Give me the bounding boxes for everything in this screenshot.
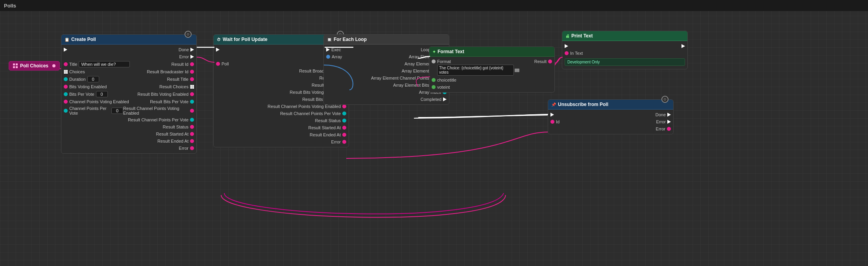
cp-per-vote-label: Channel Points Per Vote xyxy=(69,106,110,115)
error-label: Error xyxy=(179,146,188,151)
result-title-pin xyxy=(190,77,194,81)
unsub-error-exec-pin xyxy=(667,120,671,124)
voteint-pin xyxy=(432,85,436,89)
result-bits-per-vote-label: Result Bits Per Vote xyxy=(150,99,188,104)
for-each-header: 🔲 For Each Loop xyxy=(324,35,449,45)
print-exec-out xyxy=(681,44,685,48)
choices-label: Choices xyxy=(69,69,85,74)
title-in-pin xyxy=(64,62,68,66)
wait-exec-in xyxy=(216,48,220,52)
result-cp-per-vote-label: Result Channel Points Per Vote xyxy=(128,117,188,122)
clock-icon-create: ⊙ xyxy=(185,31,192,38)
result-broadcaster-pin xyxy=(190,70,194,74)
id-in-pin xyxy=(550,120,554,124)
blueprint-canvas[interactable]: Polls Poll Choices xyxy=(0,0,868,266)
print-text-title: Print Text xyxy=(571,33,593,39)
wait-error-pin xyxy=(342,140,346,144)
choicetitle-label: choicetitle xyxy=(437,78,456,82)
result-choices-label: Result Choices xyxy=(159,84,188,89)
format-value-input[interactable]: The Choice: {choicetitle} got {voteint} … xyxy=(437,65,514,76)
id-label: Id xyxy=(556,119,560,124)
wait-cp-per-vote-pin xyxy=(342,112,346,115)
result-id-pin xyxy=(190,62,194,66)
wait-poll-title: Wait for Poll Update xyxy=(223,37,268,42)
print-exec-in xyxy=(565,44,568,48)
result-status-pin xyxy=(190,125,194,129)
flag-icon xyxy=(515,69,519,72)
unsubscribe-header: 📌 Unsubscribe from Poll xyxy=(548,100,673,110)
poll-choices-node[interactable]: Poll Choices xyxy=(9,61,60,71)
unsub-error-pin xyxy=(667,127,671,131)
poll-choices-label: Poll Choices xyxy=(20,63,48,69)
format-exec-pin xyxy=(432,60,436,63)
duration-label: Duration xyxy=(69,77,86,82)
wait-cp-voting-pin xyxy=(342,104,346,108)
exec-in-pin xyxy=(64,48,67,52)
poll-label: Poll xyxy=(222,61,229,66)
bits-per-vote-pin xyxy=(64,92,68,96)
bits-voting-pin xyxy=(64,85,68,89)
completed-label: Completed xyxy=(421,97,441,102)
result-bits-voting-label: Result Bits Voting Enabled xyxy=(137,92,188,97)
unsub-error-label: Error xyxy=(656,126,665,131)
format-text-node: ✦ Format Text Format The Choice: {choice… xyxy=(429,47,555,93)
result-out-label: Result xyxy=(534,59,547,64)
bits-per-vote-label: Bits Per Vote xyxy=(69,92,94,97)
print-text-header: 🖨 Print Text xyxy=(562,31,687,41)
result-out-pin xyxy=(548,60,552,63)
cp-voting-label: Channel Points Voting Enabled xyxy=(69,99,129,104)
duration-pin xyxy=(64,77,68,81)
development-only-badge: Development Only xyxy=(565,58,685,66)
result-ended-label: Result Ended At xyxy=(157,139,188,143)
error-out-label1: Error xyxy=(179,54,189,59)
result-cp-voting-label: Result Channel Points Voting Enabled xyxy=(123,106,188,115)
unsubscribe-title: Unsubscribe from Poll xyxy=(558,102,608,107)
array-in-pin xyxy=(326,55,330,59)
title-text: Polls xyxy=(4,3,16,9)
in-text-label: In Text xyxy=(570,51,583,56)
wait-ended-label: Result Ended At xyxy=(310,132,341,137)
clock-icon-unsub: ⊙ xyxy=(661,96,669,103)
print-text-node: 🖨 Print Text In Text Development Only xyxy=(562,31,688,69)
result-started-label: Result Started At xyxy=(156,132,188,136)
wait-status-label: Result Status xyxy=(315,118,341,123)
in-text-pin xyxy=(565,51,569,55)
cp-per-vote-input[interactable]: 0 xyxy=(111,108,123,114)
create-poll-header: 📋 Create Poll xyxy=(61,35,196,45)
wait-ended-pin xyxy=(342,133,346,137)
duration-input[interactable]: 0 xyxy=(87,76,99,82)
format-text-header: ✦ Format Text xyxy=(429,47,554,57)
result-cp-per-vote-pin xyxy=(190,118,194,122)
title-input[interactable]: When will we die? xyxy=(79,61,130,67)
create-poll-node: ⊙ 📋 Create Poll Done Error xyxy=(61,34,197,154)
for-each-title: For Each Loop xyxy=(334,37,367,42)
result-bits-voting-pin xyxy=(190,92,194,96)
cp-per-vote-pin xyxy=(64,109,68,113)
error-exec-pin xyxy=(190,55,194,59)
wait-error-label: Error xyxy=(331,140,341,144)
unsubscribe-node: ⊙ 📌 Unsubscribe from Poll Done Id xyxy=(548,99,674,134)
result-id-label: Result Id xyxy=(172,62,188,67)
result-bits-per-vote-pin xyxy=(190,100,194,104)
title-bar: Polls xyxy=(0,0,868,11)
result-started-pin xyxy=(190,132,194,136)
unsub-exec-in xyxy=(550,113,554,117)
wait-started-pin xyxy=(342,126,346,130)
foreach-exec-in xyxy=(326,48,330,52)
completed-pin xyxy=(443,97,447,101)
wait-status-pin xyxy=(342,119,346,123)
bits-voting-label: Bits Voting Enabled xyxy=(69,84,107,89)
done-label: Done xyxy=(179,47,189,52)
format-label: Format xyxy=(437,59,451,64)
choices-pin xyxy=(64,70,68,74)
wait-cp-per-vote-label: Result Channel Points Per Vote xyxy=(280,111,341,116)
voteint-label: voteint xyxy=(437,85,450,89)
unsub-done-label: Done xyxy=(656,112,666,117)
poll-in-pin xyxy=(216,62,220,66)
cp-voting-pin xyxy=(64,100,68,104)
bits-per-vote-input[interactable]: 0 xyxy=(96,91,108,97)
format-text-title: Format Text xyxy=(438,49,464,54)
result-ended-pin xyxy=(190,139,194,143)
result-status-label: Result Status xyxy=(163,125,188,129)
done-pin xyxy=(190,48,194,52)
